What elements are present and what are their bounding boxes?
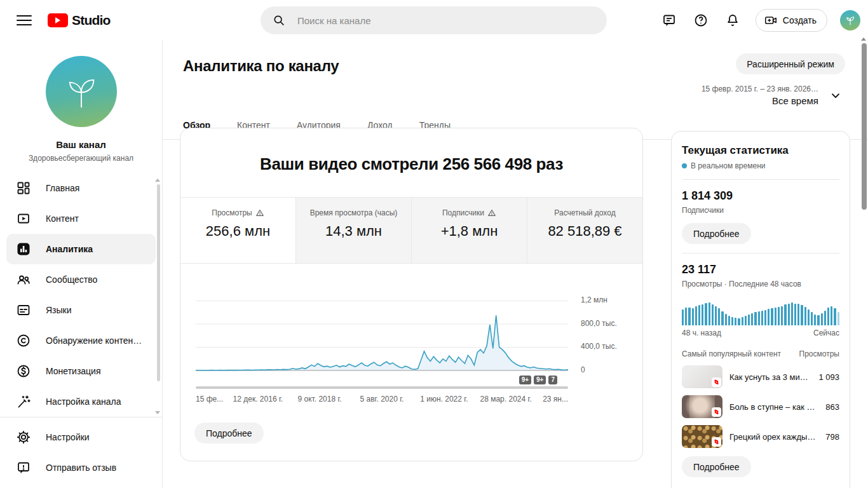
advanced-mode-button[interactable]: Расширенный режим: [736, 53, 845, 74]
metric-value: +1,8 млн: [412, 223, 527, 240]
chart-horizontal-scrollbar[interactable]: [196, 386, 568, 389]
search-input[interactable]: [297, 15, 595, 26]
subscribers-count: 1 814 309: [682, 189, 839, 203]
channel-name: Ваш канал: [0, 139, 162, 150]
help-icon[interactable]: [688, 8, 714, 33]
top-video-row[interactable]: Грецкий орех кажды… 798: [682, 425, 839, 448]
sidebar-item-customization[interactable]: Настройка канала: [0, 386, 162, 417]
x-axis-label: 1 июн. 2022 г.: [420, 395, 468, 403]
sidebar-item-label: Монетизация: [46, 366, 101, 376]
video-title: Боль в ступне – как …: [729, 402, 818, 412]
feedback-icon: [16, 460, 31, 475]
x-axis-labels: 15 фе... 12 дек. 2016 г. 9 окт. 2018 г. …: [196, 395, 568, 405]
metric-label: Подписчики: [442, 208, 484, 217]
y-axis-label: 400,0 тыс.: [581, 342, 617, 351]
views-48h-bar-chart: [682, 296, 839, 325]
sidebar-item-content[interactable]: Контент: [0, 203, 162, 234]
metric-label: Просмотры: [212, 208, 252, 217]
magic-wand-icon: [16, 394, 31, 409]
channel-info: Ваш канал Здоровьесберегающий канал: [0, 41, 162, 163]
metric-tab-views[interactable]: Просмотры 256,6 млн: [180, 198, 295, 263]
content-icon: [16, 211, 31, 226]
y-axis-label: 1,2 млн: [581, 295, 607, 304]
dashboard-icon: [16, 180, 31, 196]
views-column-header: Просмотры: [799, 349, 839, 358]
y-axis-label: 0: [581, 365, 585, 374]
youtube-studio-logo[interactable]: Studio: [48, 13, 111, 28]
subtitles-icon: [16, 302, 31, 318]
sidebar-item-copyright[interactable]: Обнаружение контен…: [0, 325, 162, 356]
create-button-label: Создать: [783, 15, 817, 25]
sidebar-item-settings[interactable]: Настройки: [0, 422, 162, 452]
x-axis-label: 5 авг. 2020 г.: [360, 395, 404, 403]
page-scrollbar[interactable]: [862, 43, 867, 210]
x-axis-label: 15 фе...: [196, 395, 223, 403]
shorts-icon: [712, 407, 721, 417]
topbar: Studio Создать: [0, 0, 868, 41]
event-badge[interactable]: 7: [548, 376, 557, 384]
video-thumbnail: [682, 425, 722, 448]
event-badge[interactable]: 9+: [534, 376, 546, 384]
warning-icon: [255, 208, 264, 217]
x-axis-label: 23 ян...: [543, 395, 568, 403]
sidebar-item-dashboard[interactable]: Главная: [0, 173, 162, 203]
sidebar-item-label: Сообщество: [46, 274, 97, 285]
community-icon: [16, 272, 31, 287]
feedback-comment-icon[interactable]: [656, 8, 682, 33]
realtime-title: Текущая статистика: [682, 144, 839, 157]
live-dot-icon: [682, 163, 687, 168]
realtime-card: Текущая статистика В реальном времени 1 …: [671, 131, 850, 488]
sidebar-scrollbar[interactable]: [157, 184, 160, 381]
x-axis-label: 12 дек. 2016 г.: [233, 395, 283, 403]
monetization-icon: [16, 363, 31, 379]
sidebar: Ваш канал Здоровьесберегающий канал Глав…: [0, 41, 163, 488]
video-views: 1 093: [818, 372, 839, 382]
metric-tab-watch-time[interactable]: Время просмотра (часы) 14,3 млн: [295, 198, 411, 263]
video-views: 798: [825, 432, 839, 442]
top-video-row[interactable]: Боль в ступне – как … 863: [682, 395, 839, 418]
account-avatar[interactable]: [840, 10, 860, 30]
chart-event-badges: 9+ 9+ 7: [519, 376, 557, 384]
top-content-header: Самый популярный контент: [682, 349, 781, 358]
realtime-details-button[interactable]: Подробнее: [682, 456, 751, 477]
metric-value: 14,3 млн: [296, 223, 411, 240]
create-video-icon: [764, 13, 778, 27]
create-button[interactable]: Создать: [756, 9, 827, 32]
overview-card: Ваши видео смотрели 256 566 498 раз Прос…: [180, 128, 643, 461]
sidebar-item-label: Настройки: [46, 432, 90, 442]
sidebar-scroll-down-arrow[interactable]: [155, 411, 160, 414]
y-axis-label: 800,0 тыс.: [581, 319, 617, 328]
main-content: Аналитика по каналу Расширенный режим 15…: [163, 41, 868, 488]
video-thumbnail: [682, 395, 722, 418]
sidebar-item-send-feedback[interactable]: Отправить отзыв: [0, 452, 162, 483]
video-title: Грецкий орех кажды…: [729, 432, 818, 442]
sidebar-item-community[interactable]: Сообщество: [0, 264, 162, 295]
event-badge[interactable]: 9+: [519, 376, 531, 384]
youtube-play-icon: [48, 13, 68, 27]
metric-tab-revenue[interactable]: Расчетный доход 82 518,89 €: [527, 198, 642, 263]
video-title: Как уснуть за 3 ми…: [729, 372, 811, 382]
shorts-icon: [712, 437, 721, 447]
copyright-icon: [16, 333, 31, 348]
subscribers-details-button[interactable]: Подробнее: [682, 223, 751, 244]
metric-tabs: Просмотры 256,6 млн Время просмотра (час…: [180, 197, 642, 264]
channel-avatar[interactable]: [46, 56, 117, 127]
sidebar-footer-menu: Настройки Отправить отзыв: [0, 422, 162, 483]
sidebar-item-monetization[interactable]: Монетизация: [0, 356, 162, 386]
sidebar-item-analytics[interactable]: Аналитика: [6, 234, 156, 264]
subscribers-label: Подписчики: [682, 206, 839, 215]
date-range-picker[interactable]: 15 февр. 2015 г. – 23 янв. 2026… Все вре…: [702, 85, 843, 106]
metric-tab-subscribers[interactable]: Подписчики +1,8 млн: [411, 198, 527, 263]
sidebar-scroll-up-arrow[interactable]: [155, 179, 160, 182]
notifications-bell-icon[interactable]: [720, 8, 745, 33]
page-scroll-up-arrow[interactable]: [861, 37, 866, 41]
top-video-row[interactable]: Как уснуть за 3 ми… 1 093: [682, 365, 839, 388]
menu-icon[interactable]: [17, 13, 32, 28]
see-more-button[interactable]: Подробнее: [194, 423, 264, 444]
sidebar-item-label: Отправить отзыв: [46, 463, 116, 473]
spark-axis-left: 48 ч. назад: [682, 329, 721, 337]
sidebar-item-subtitles[interactable]: Языки: [0, 295, 162, 325]
search-bar[interactable]: [261, 6, 607, 34]
divider: [682, 179, 839, 180]
chevron-down-icon: [829, 88, 843, 102]
